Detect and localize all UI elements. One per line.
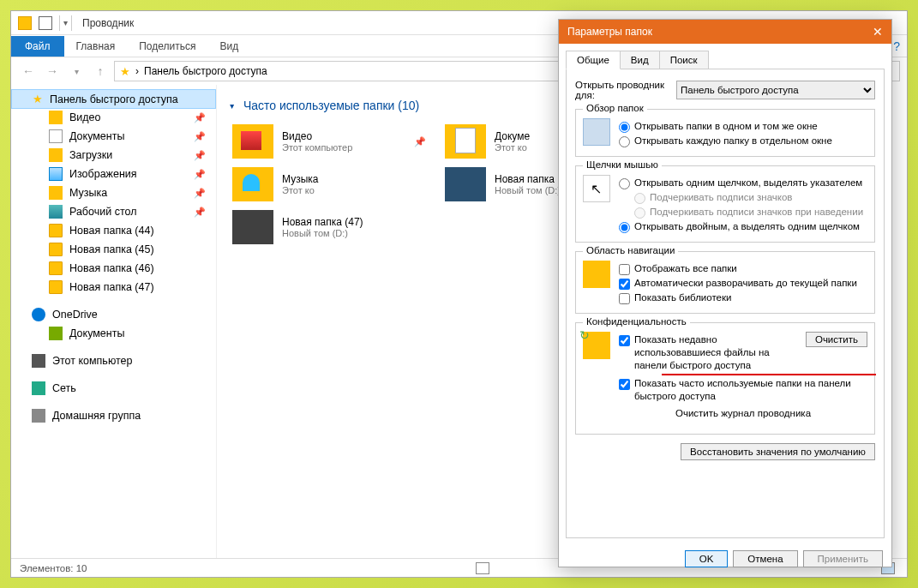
onedrive-icon [32,308,45,321]
nav-label: Загрузки [69,149,112,161]
cancel-button[interactable]: Отмена [733,550,797,567]
nav-label: OneDrive [52,309,98,321]
nav-label: Документы [69,130,124,142]
radio-underline-hover: Подчеркивать подписи значков при наведен… [619,206,867,219]
tab-general[interactable]: Общие [566,51,621,69]
check-recent-files[interactable]: Показать недавно использовавшиеся файлы … [619,333,801,372]
documents-icon [49,327,63,340]
tab-view[interactable]: Вид [620,51,660,69]
folder-thumb [445,167,486,201]
nav-label: Видео [69,111,101,123]
folder-icon [49,167,63,181]
restore-defaults-button[interactable]: Восстановить значения по умолчанию [681,443,875,460]
nav-quick-access[interactable]: ★ Панель быстрого доступа [11,89,216,109]
tab-view[interactable]: Вид [207,36,250,57]
nav-this-pc[interactable]: Этот компьютер [11,351,216,370]
nav-item[interactable]: Новая папка (46) [11,259,216,278]
nav-label: Рабочий стол [69,206,136,218]
check-auto-expand[interactable]: Автоматически разворачивать до текущей п… [619,277,867,290]
navigation-pane[interactable]: ★ Панель быстрого доступа Видео📌Документ… [11,85,217,558]
nav-item[interactable]: Загрузки📌 [11,146,216,165]
folder-item[interactable]: ВидеоЭтот компьютер📌 [231,123,428,160]
dialog-body: Открыть проводник для: Панель быстрого д… [566,69,885,538]
back-button[interactable]: ← [18,64,39,78]
nav-item[interactable]: Новая папка (45) [11,240,216,259]
check-show-all-folders[interactable]: Отображать все папки [619,262,867,275]
nav-item[interactable]: Рабочий стол📌 [11,202,216,221]
nav-label: Новая папка (46) [69,262,154,274]
star-icon: ★ [33,93,43,105]
breadcrumb[interactable]: Панель быстрого доступа [144,65,267,77]
nav-item[interactable]: Изображения📌 [11,165,216,183]
navpane-icon [583,261,610,288]
folder-icon [49,224,63,237]
folder-thumb [445,124,486,159]
folder-item[interactable]: МузыкаЭтот ко [231,165,428,203]
section-title: Часто используемые папки (10) [243,99,419,112]
dialog-titlebar[interactable]: Параметры папок ✕ [559,20,891,44]
apply-button[interactable]: Применить [803,550,883,567]
chevron-down-icon: ▸ [228,105,237,109]
legend: Область навигации [583,245,678,255]
pin-icon: 📌 [414,136,426,147]
dialog-title: Параметры папок [567,26,652,38]
dialog-close-button[interactable]: ✕ [873,25,883,39]
radio-single-click[interactable]: Открывать одним щелчком, выделять указат… [619,177,867,189]
file-tab[interactable]: Файл [11,36,64,57]
folder-text: Новая папка (47)Новый том (D:) [282,216,363,238]
restore-row: Восстановить значения по умолчанию [575,443,875,460]
nav-label: Музыка [69,187,107,199]
privacy-icon: ↻ [583,332,610,359]
nav-onedrive[interactable]: OneDrive [11,305,216,324]
history-dropdown[interactable]: ▾ [66,67,87,76]
nav-label: Домашняя группа [52,410,141,422]
qat-new-folder-icon[interactable] [39,16,52,30]
up-button[interactable]: ↑ [90,64,111,78]
tab-search[interactable]: Поиск [659,51,709,69]
nav-homegroup[interactable]: Домашняя группа [11,406,216,425]
open-explorer-label: Открыть проводник для: [575,80,669,100]
details-view-icon[interactable] [476,562,489,574]
nav-item[interactable]: Музыка📌 [11,183,216,202]
forward-button[interactable]: → [42,64,63,78]
browse-icon [583,118,610,146]
folder-icon [49,205,63,219]
qat-dropdown-icon[interactable]: ▾ [63,18,68,27]
nav-pane-group: Область навигации Отображать все папки А… [575,251,875,314]
legend: Конфиденциальность [583,316,690,327]
check-show-libraries[interactable]: Показать библиотеки [619,291,867,304]
folder-icon [49,129,63,143]
tab-share[interactable]: Поделиться [127,36,207,57]
radio-same-window[interactable]: Открывать папки в одном и том же окне [619,120,867,133]
radio-underline-always: Подчеркивать подписи значков [619,191,867,204]
nav-item[interactable]: Новая папка (44) [11,221,216,240]
window-title: Проводник [82,17,134,29]
divider [59,15,60,31]
clear-history-label: Очистить журнал проводника [619,408,867,418]
tab-home[interactable]: Главная [64,36,128,57]
help-icon[interactable]: ? [893,39,900,53]
nav-label: Новая папка (45) [69,243,154,255]
nav-item[interactable]: Документы📌 [11,127,216,146]
folder-thumb [232,167,273,201]
check-frequent-folders[interactable]: Показать часто используемые папки на пан… [619,377,867,403]
folder-icon [49,243,63,256]
pin-icon: 📌 [194,112,206,123]
nav-item[interactable]: Новая папка (47) [11,278,216,297]
folder-icon [49,280,63,294]
nav-onedrive-docs[interactable]: Документы [11,324,216,343]
legend: Щелчки мышью [583,159,662,170]
nav-network[interactable]: Сеть [11,379,216,398]
dialog-buttons: OK Отмена Применить [559,545,891,576]
radio-new-window[interactable]: Открывать каждую папку в отдельном окне [619,135,867,147]
click-icon: ↖ [583,175,610,202]
nav-item[interactable]: Видео📌 [11,108,216,127]
folder-item[interactable]: Новая папка (47)Новый том (D:) [231,208,428,246]
ok-button[interactable]: OK [685,550,729,567]
open-explorer-row: Открыть проводник для: Панель быстрого д… [575,80,875,100]
radio-double-click[interactable]: Открывать двойным, а выделять одним щелч… [619,220,867,233]
nav-label: Новая папка (47) [69,281,154,293]
open-explorer-select[interactable]: Панель быстрого доступа [676,81,875,99]
quick-access-icon: ★ [120,65,130,78]
clear-button[interactable]: Очистить [806,332,867,347]
